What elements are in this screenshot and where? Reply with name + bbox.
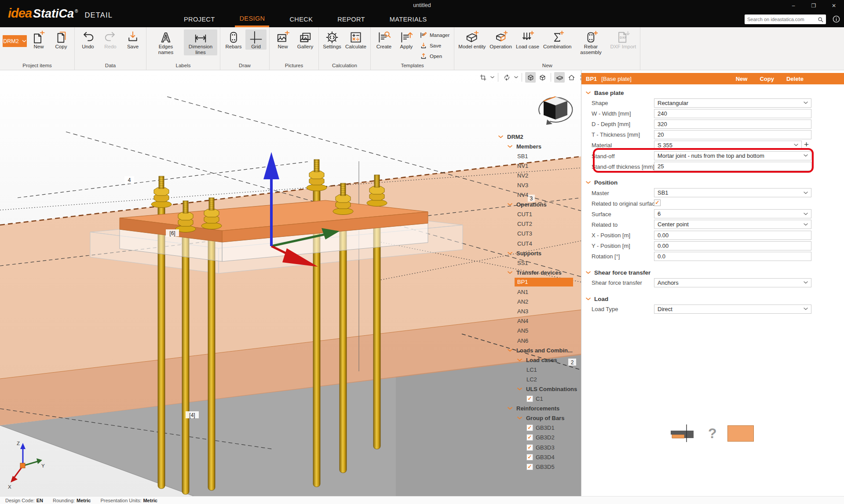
fit-screen-button[interactable]	[578, 72, 581, 83]
master-dropdown[interactable]: SB1	[654, 188, 811, 197]
tree-item-lc1[interactable]: LC1	[493, 365, 581, 374]
visibility-checkbox[interactable]: ✓	[526, 434, 533, 441]
tab-design[interactable]: DESIGN	[235, 11, 269, 27]
tree-item-lc2[interactable]: LC2	[493, 374, 581, 384]
ribbon-button-new[interactable]: New	[28, 29, 49, 50]
tree-item-ss1[interactable]: SS1	[493, 258, 581, 268]
chevron-down-icon[interactable]	[586, 271, 591, 274]
tree-item-loads-and-combin[interactable]: Loads and Combin...	[493, 345, 581, 355]
tree-item-nv1[interactable]: NV1	[493, 161, 581, 170]
ribbon-button-redo[interactable]: Redo	[100, 29, 121, 50]
chevron-down-icon[interactable]	[508, 349, 512, 352]
tree-item-reinforcements[interactable]: Reinforcements	[493, 404, 581, 413]
related-to-original-surface-checkbox[interactable]: ✓	[654, 199, 661, 206]
stand-off-thickness-mm-input[interactable]: 25	[654, 162, 811, 171]
tree-item-load-cases[interactable]: Load cases	[493, 355, 581, 365]
tree-item-uls-combinations[interactable]: ULS Combinations	[493, 384, 581, 394]
shear-force-transfer-dropdown[interactable]: Anchors	[654, 278, 811, 287]
y-position-m-input[interactable]: 0.00	[654, 241, 811, 250]
search-box[interactable]	[745, 15, 826, 24]
ribbon-button-new[interactable]: New	[272, 29, 293, 50]
chevron-down-icon[interactable]	[490, 76, 495, 79]
tree-item-gb3d1[interactable]: ✓GB3D1	[493, 423, 581, 433]
shape-dropdown[interactable]: Rectangular	[654, 98, 811, 108]
ribbon-button-gallery[interactable]: Gallery	[295, 29, 316, 50]
tree-item-gb3d4[interactable]: ✓GB3D4	[493, 452, 581, 462]
ribbon-button-combination[interactable]: Combination	[542, 29, 573, 50]
project-item-selector[interactable]: DRM2	[3, 35, 27, 47]
tree-item-transfer-devices[interactable]: Transfer devices	[493, 268, 581, 277]
copy-button[interactable]: Copy	[760, 76, 774, 82]
tree-item-cut4[interactable]: CUT4	[493, 239, 581, 248]
chevron-down-icon[interactable]	[586, 181, 591, 184]
rotate-tool-button[interactable]	[501, 72, 512, 83]
tree-item-members[interactable]: Members	[493, 141, 581, 151]
tree-item-an6[interactable]: AN6	[493, 336, 581, 345]
clip-face-button[interactable]	[554, 72, 565, 83]
t-thickness-mm-input[interactable]: 20	[654, 130, 811, 139]
tree-item-an5[interactable]: AN5	[493, 326, 581, 336]
info-icon[interactable]	[832, 15, 840, 23]
related-to-dropdown[interactable]: Center point	[654, 220, 811, 229]
chevron-down-icon[interactable]	[508, 252, 512, 255]
tree-item-gb3d2[interactable]: ✓GB3D2	[493, 433, 581, 442]
ribbon-button-load-case[interactable]: Load case	[515, 29, 541, 50]
visibility-checkbox[interactable]: ✓	[526, 444, 533, 451]
ribbon-button-save[interactable]: Save	[122, 29, 143, 50]
chevron-down-icon[interactable]	[498, 135, 503, 138]
chevron-down-icon[interactable]	[517, 388, 522, 391]
chevron-down-icon[interactable]	[517, 417, 522, 420]
ribbon-button-settings[interactable]: Settings	[322, 29, 343, 50]
chevron-down-icon[interactable]	[508, 407, 512, 410]
home-button[interactable]	[566, 72, 577, 83]
maximize-button[interactable]: ❐	[804, 0, 824, 11]
chevron-down-icon[interactable]	[508, 203, 512, 206]
ribbon-button-rebar-assembly[interactable]: Rebar assembly	[574, 29, 608, 55]
tab-check[interactable]: CHECK	[285, 11, 317, 27]
ribbon-button-create[interactable]: Create	[373, 29, 395, 50]
ribbon-button-edges-names[interactable]: Edges names	[149, 29, 183, 55]
delete-button[interactable]: Delete	[786, 76, 804, 82]
tree-item-sb1[interactable]: SB1	[493, 151, 581, 161]
wire-cube-button[interactable]	[525, 72, 536, 83]
solid-cube-button[interactable]	[537, 72, 548, 83]
tree-item-gb3d3[interactable]: ✓GB3D3	[493, 442, 581, 452]
tree-item-nv3[interactable]: NV3	[493, 180, 581, 190]
ribbon-button-dimension-lines[interactable]: Dimension lines	[184, 29, 217, 55]
ribbon-button-grid[interactable]: Grid	[245, 29, 267, 50]
chevron-down-icon[interactable]	[508, 145, 512, 148]
rotation-input[interactable]: 0.0	[654, 252, 811, 261]
chevron-down-icon[interactable]	[508, 271, 512, 274]
tab-report[interactable]: REPORT	[333, 11, 369, 27]
ribbon-button-undo[interactable]: Undo	[77, 29, 99, 50]
search-input[interactable]	[747, 17, 816, 22]
chevron-down-icon[interactable]	[586, 91, 591, 94]
crop-tool-button[interactable]	[478, 72, 488, 83]
tree-item-an4[interactable]: AN4	[493, 316, 581, 326]
tree-item-bp1[interactable]: BP1	[493, 277, 581, 287]
ribbon-button-apply[interactable]: Apply	[396, 29, 417, 50]
ribbon-button-open[interactable]: Open	[418, 51, 451, 61]
tree-item-cut2[interactable]: CUT2	[493, 219, 581, 229]
chevron-down-icon[interactable]	[586, 297, 591, 301]
visibility-checkbox[interactable]: ✓	[526, 395, 533, 402]
ribbon-button-operation[interactable]: Operation	[488, 29, 513, 50]
chevron-down-icon[interactable]	[513, 76, 519, 79]
stand-off-dropdown[interactable]: Mortar joint - nuts from the top and bot…	[654, 151, 811, 160]
new-button[interactable]: New	[736, 76, 748, 82]
tree-item-cut3[interactable]: CUT3	[493, 229, 581, 239]
tree-item-an3[interactable]: AN3	[493, 307, 581, 316]
visibility-checkbox[interactable]: ✓	[526, 464, 533, 470]
material-dropdown[interactable]: S 355	[654, 141, 802, 150]
chevron-down-icon[interactable]	[517, 359, 522, 362]
ribbon-button-model-entity[interactable]: Model entity	[457, 29, 487, 50]
tree-item-an2[interactable]: AN2	[493, 297, 581, 307]
tab-materials[interactable]: MATERIALS	[385, 11, 431, 27]
close-button[interactable]: ✕	[824, 0, 844, 11]
tree-item-gb3d5[interactable]: ✓GB3D5	[493, 462, 581, 471]
w-width-mm-input[interactable]: 240	[654, 109, 811, 118]
tab-project[interactable]: PROJECT	[179, 11, 219, 27]
tree-item-operations[interactable]: Operations	[493, 200, 581, 210]
tree-item-group-of-bars[interactable]: Group of Bars	[493, 413, 581, 423]
ribbon-button-save[interactable]: Save	[418, 41, 451, 51]
